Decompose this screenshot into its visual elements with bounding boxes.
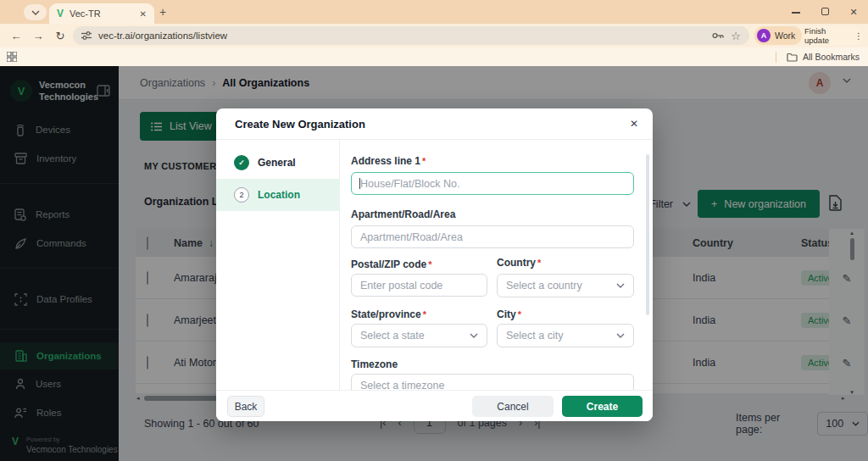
country-select[interactable]: Select a country bbox=[497, 274, 634, 297]
required-mark: * bbox=[518, 309, 521, 319]
maximize-button[interactable] bbox=[810, 7, 839, 17]
browser-toolbar: ← → ↻ vec-tr.ai/organizations/listview ☆… bbox=[0, 24, 868, 47]
required-mark: * bbox=[422, 156, 426, 166]
required-mark: * bbox=[428, 259, 431, 269]
step-general[interactable]: ✓ General bbox=[216, 147, 340, 179]
address1-label: Address line 1* bbox=[351, 155, 426, 167]
required-mark: * bbox=[423, 309, 426, 319]
country-placeholder: Select a country bbox=[506, 280, 582, 292]
tab-title: Vec-TR bbox=[70, 8, 134, 19]
timezone-label: Timezone bbox=[351, 358, 398, 370]
step-location[interactable]: 2 Location bbox=[216, 179, 340, 211]
bookmark-star-icon[interactable]: ☆ bbox=[731, 30, 741, 42]
tab-close-icon[interactable]: ✕ bbox=[140, 9, 147, 19]
address2-input[interactable] bbox=[351, 225, 634, 248]
modal-scrollbar[interactable] bbox=[646, 154, 649, 315]
apps-grid-icon[interactable] bbox=[7, 52, 17, 62]
country-label: Country* bbox=[497, 257, 541, 269]
minimize-button[interactable] bbox=[782, 7, 810, 17]
step-check-icon: ✓ bbox=[234, 155, 249, 170]
minimize-icon bbox=[792, 12, 800, 14]
state-placeholder: Select a state bbox=[360, 330, 425, 342]
timezone-select[interactable]: Select a timezone bbox=[351, 374, 634, 390]
finish-update-label: Finish update bbox=[804, 26, 852, 45]
browser-profile-chip[interactable]: A Work bbox=[754, 26, 802, 45]
back-button[interactable]: ← bbox=[7, 24, 25, 47]
postal-label: Postal/ZIP code* bbox=[351, 258, 431, 270]
modal-title: Create New Organization bbox=[235, 118, 365, 131]
bookmarks-bar: All Bookmarks bbox=[0, 47, 868, 66]
site-logo-icon: V bbox=[57, 8, 64, 19]
timezone-placeholder: Select a timezone bbox=[360, 380, 444, 390]
finish-update-button[interactable]: Finish update ⋮ bbox=[804, 26, 863, 45]
screen: V Vec-TR ✕ + ✕ ← → ↻ vec-tr.ai/organizat… bbox=[0, 0, 868, 461]
step-label: Location bbox=[258, 189, 300, 201]
forward-button[interactable]: → bbox=[29, 24, 47, 47]
all-bookmarks-button[interactable]: All Bookmarks bbox=[776, 47, 860, 66]
window-controls: ✕ bbox=[782, 0, 868, 24]
step-label: General bbox=[258, 157, 296, 169]
reload-button[interactable]: ↻ bbox=[51, 24, 70, 47]
browser-tab[interactable]: V Vec-TR ✕ bbox=[49, 3, 154, 24]
text-caret bbox=[359, 178, 360, 189]
step-number: 2 bbox=[234, 187, 249, 203]
folder-icon bbox=[787, 53, 798, 62]
chevron-down-icon bbox=[470, 333, 478, 338]
address1-input[interactable] bbox=[351, 172, 634, 195]
close-window-button[interactable]: ✕ bbox=[839, 7, 868, 18]
city-placeholder: Select a city bbox=[506, 330, 563, 342]
address2-label: Apartment/Road/Area bbox=[351, 208, 455, 220]
passwords-key-icon[interactable] bbox=[712, 32, 724, 39]
create-button[interactable]: Create bbox=[562, 396, 643, 417]
profile-name: Work bbox=[775, 31, 795, 41]
city-label: City* bbox=[497, 308, 521, 320]
address-bar[interactable]: vec-tr.ai/organizations/listview ☆ bbox=[73, 26, 749, 45]
city-select[interactable]: Select a city bbox=[497, 324, 634, 347]
state-label: State/province* bbox=[351, 308, 426, 320]
site-settings-icon[interactable] bbox=[81, 31, 92, 40]
location-form: Address line 1* Apartment/Road/Area Post… bbox=[341, 140, 653, 390]
modal-header: Create New Organization ✕ bbox=[216, 108, 653, 140]
chevron-down-icon bbox=[31, 10, 40, 15]
modal-steps: ✓ General 2 Location bbox=[216, 140, 340, 390]
maximize-icon bbox=[821, 8, 829, 15]
create-organization-modal: Create New Organization ✕ ✓ General 2 Lo… bbox=[216, 108, 653, 421]
required-mark: * bbox=[537, 258, 541, 268]
chevron-down-icon bbox=[616, 283, 625, 288]
chevron-down-icon bbox=[616, 333, 625, 338]
all-bookmarks-label: All Bookmarks bbox=[803, 52, 860, 62]
state-select[interactable]: Select a state bbox=[351, 324, 487, 347]
tab-search-button[interactable] bbox=[24, 4, 47, 20]
cancel-button[interactable]: Cancel bbox=[472, 396, 554, 417]
browser-tab-bar: V Vec-TR ✕ + ✕ bbox=[0, 0, 868, 24]
modal-footer: Back Cancel Create bbox=[216, 390, 653, 421]
profile-avatar: A bbox=[757, 29, 771, 42]
new-tab-button[interactable]: + bbox=[159, 5, 166, 19]
url-text[interactable]: vec-tr.ai/organizations/listview bbox=[98, 31, 705, 41]
back-button[interactable]: Back bbox=[227, 396, 264, 417]
postal-input[interactable] bbox=[351, 274, 487, 297]
bookmarks-divider bbox=[776, 52, 776, 63]
app-viewport: V Vecmocon Technologies Devices Inventor… bbox=[0, 66, 868, 461]
modal-close-icon[interactable]: ✕ bbox=[630, 118, 638, 130]
browser-menu-icon[interactable]: ⋮ bbox=[854, 31, 863, 41]
